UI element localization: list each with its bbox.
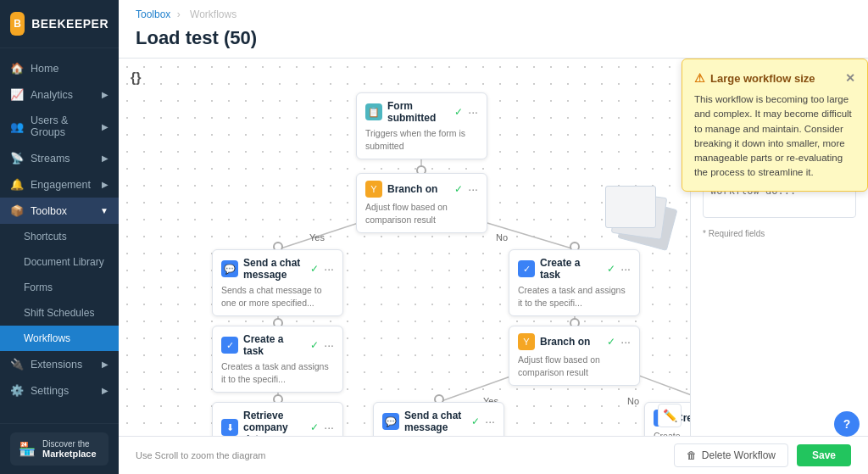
page-title: Load test (50) <box>136 27 851 58</box>
node-send-chat-1[interactable]: 💬 Send a chat message ✓ ··· Sends a chat… <box>212 249 343 316</box>
sidebar-subitem-label: Document Library <box>24 256 104 268</box>
home-icon: 🏠 <box>10 62 24 75</box>
sidebar-item-settings[interactable]: ⚙️ Settings ▶ <box>0 377 119 404</box>
node-desc: Adjust flow based on comparison result <box>365 201 478 226</box>
more-icon[interactable]: ··· <box>324 421 334 434</box>
node-create-task-2[interactable]: ✓ Create a task ✓ ··· Creates a task and… <box>212 326 343 393</box>
node-form-submitted[interactable]: 📋 Form submitted ✓ ··· Triggers when the… <box>356 92 487 159</box>
top-bar: Toolbox › Workflows Load test (50) <box>119 0 868 59</box>
data-icon: ⬇ <box>221 419 238 436</box>
sidebar-item-users[interactable]: 👥 Users & Groups ▶ <box>0 108 119 145</box>
sidebar-item-document-library[interactable]: Document Library <box>0 249 119 275</box>
users-icon: 👥 <box>10 120 24 133</box>
help-button[interactable]: ? <box>834 411 860 437</box>
more-icon[interactable]: ··· <box>324 262 334 276</box>
sidebar-nav: 🏠 Home 📈 Analytics ▶ 👥 Users & Groups ▶ … <box>0 48 119 423</box>
node-desc: Sends a chat message to one or more spec… <box>221 284 334 309</box>
form-icon: 📋 <box>365 103 382 120</box>
node-send-chat-2[interactable]: 💬 Send a chat message ✓ ··· Sends a chat… <box>373 402 504 436</box>
sidebar-subitem-label: Shortcuts <box>24 231 67 243</box>
node-desc: Triggers when the form is submitted <box>365 127 478 152</box>
breadcrumb-parent[interactable]: Toolbox <box>136 8 170 20</box>
warning-header: ⚠ Large workflow size ✕ <box>694 70 855 87</box>
node-retrieve-company[interactable]: ⬇ Retrieve company data ✓ ··· Retrieves … <box>212 402 343 436</box>
sidebar-item-streams[interactable]: 📡 Streams ▶ <box>0 145 119 171</box>
node-branch-2[interactable]: Y Branch on ✓ ··· Adjust flow based on c… <box>509 326 640 386</box>
node-create-task-1[interactable]: ✓ Create a task ✓ ··· Creates a task and… <box>509 249 640 316</box>
warning-title: Large workflow size <box>710 70 815 87</box>
marketplace-line2: Marketplace <box>42 449 97 459</box>
check-icon: ✓ <box>607 336 615 348</box>
sidebar-item-label: Engagement <box>31 179 91 191</box>
chevron-right-icon: ▶ <box>102 180 108 189</box>
analytics-icon: 📈 <box>10 88 24 101</box>
sidebar-item-extensions[interactable]: 🔌 Extensions ▶ <box>0 351 119 377</box>
sidebar-item-home[interactable]: 🏠 Home <box>0 55 119 81</box>
node-title: Form submitted <box>387 100 449 124</box>
delete-workflow-button[interactable]: 🗑 Delete Workflow <box>674 443 788 467</box>
node-title: Retrieve company data <box>243 410 305 436</box>
marketplace-button[interactable]: 🏪 Discover the Marketplace <box>10 432 108 466</box>
bottom-bar: Use Scroll to zoom the diagram 🗑 Delete … <box>119 436 868 474</box>
more-icon[interactable]: ··· <box>468 182 478 196</box>
check-icon: ✓ <box>471 415 480 427</box>
streams-icon: 📡 <box>10 152 24 165</box>
check-icon: ✓ <box>454 183 463 195</box>
node-title: Create a task <box>540 257 602 281</box>
check-icon: ✓ <box>310 263 319 275</box>
node-title: Branch on <box>540 336 602 348</box>
engagement-icon: 🔔 <box>10 178 24 191</box>
check-icon: ✓ <box>454 106 463 118</box>
svg-text:No: No <box>627 396 639 406</box>
sidebar-item-shortcuts[interactable]: Shortcuts <box>0 224 119 249</box>
node-title: Send a chat message <box>243 257 305 281</box>
marketplace-icon: 🏪 <box>19 441 36 457</box>
warning-toast: ⚠ Large workflow size ✕ This workflow is… <box>682 59 868 192</box>
chevron-right-icon: ▶ <box>102 386 108 395</box>
sidebar-item-forms[interactable]: Forms <box>0 275 119 300</box>
sidebar-item-analytics[interactable]: 📈 Analytics ▶ <box>0 81 119 108</box>
sidebar-item-engagement[interactable]: 🔔 Engagement ▶ <box>0 171 119 198</box>
check-icon: ✓ <box>607 263 615 275</box>
sidebar-item-label: Analytics <box>31 89 73 101</box>
svg-text:Yes: Yes <box>309 232 325 243</box>
sidebar-bottom: 🏪 Discover the Marketplace <box>0 423 119 474</box>
logo: B BEEKEEPER <box>0 0 119 48</box>
zoom-edit-button[interactable]: ✏️ <box>658 404 682 427</box>
sidebar-subitem-label: Workflows <box>24 332 70 344</box>
task-icon: ✓ <box>518 260 535 277</box>
canvas-wrapper: ⚠ Large workflow size ✕ This workflow is… <box>119 59 868 436</box>
sidebar-item-label: Settings <box>31 385 69 397</box>
workflow-canvas[interactable]: {} <box>119 59 690 436</box>
sidebar-item-toolbox[interactable]: 📦 Toolbox ▼ <box>0 198 119 224</box>
sidebar-item-label: Toolbox <box>31 205 67 217</box>
sidebar-item-workflows[interactable]: Workflows <box>0 326 119 351</box>
main-content: Toolbox › Workflows Load test (50) ⚠ Lar… <box>119 0 868 474</box>
close-icon[interactable]: ✕ <box>845 70 855 87</box>
node-title: Create a task <box>243 333 305 357</box>
toolbox-icon: 📦 <box>10 204 24 217</box>
sidebar-item-label: Extensions <box>31 359 82 371</box>
check-icon: ✓ <box>310 421 319 433</box>
node-branch-1[interactable]: Y Branch on ✓ ··· Adjust flow based on c… <box>356 173 487 233</box>
save-button[interactable]: Save <box>797 444 851 466</box>
check-icon: ✓ <box>310 339 319 351</box>
sidebar-item-label: Users & Groups <box>31 114 95 138</box>
more-icon[interactable]: ··· <box>324 338 334 352</box>
delete-label: Delete Workflow <box>702 449 776 461</box>
chat-icon: 💬 <box>382 413 399 430</box>
branch-icon: Y <box>518 333 535 350</box>
chevron-right-icon: ▶ <box>102 153 108 163</box>
breadcrumb-separator: › <box>177 8 181 20</box>
more-icon[interactable]: ··· <box>468 105 478 119</box>
warning-message: This workflow is becoming too large and … <box>694 92 855 181</box>
sidebar-item-shift-schedules[interactable]: Shift Schedules <box>0 300 119 326</box>
sidebar-item-label: Streams <box>31 153 70 165</box>
json-indicator: {} <box>131 70 141 86</box>
more-icon[interactable]: ··· <box>620 335 631 349</box>
more-icon[interactable]: ··· <box>485 415 495 428</box>
more-icon[interactable]: ··· <box>620 262 631 276</box>
branch-icon: Y <box>365 181 382 198</box>
marketplace-line1: Discover the <box>42 439 97 449</box>
node-desc: Create... assign... <box>654 430 690 436</box>
